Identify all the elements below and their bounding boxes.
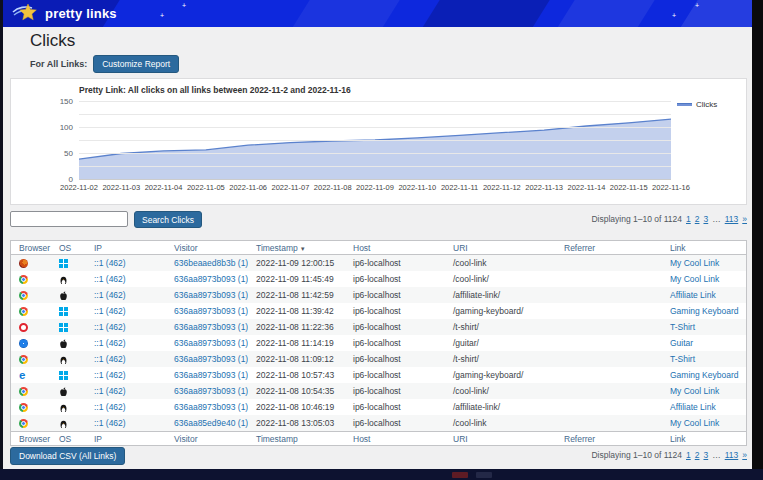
chrome-browser-icon [19, 419, 28, 428]
column-header-os[interactable]: OS [51, 434, 86, 444]
browser-cell [11, 370, 51, 380]
table-row: ::1 (462)636aa8973b093 (1)2022-11-08 11:… [11, 287, 746, 303]
table-header-row: BrowserOSIPVisitorTimestamp▼HostURIRefer… [11, 241, 746, 255]
ip-link[interactable]: ::1 (462) [94, 258, 126, 268]
visitor-link[interactable]: 636beaaed8b3b (1) [174, 258, 248, 268]
pretty-link[interactable]: My Cool Link [670, 274, 719, 284]
customize-report-button[interactable]: Customize Report [93, 55, 179, 73]
pretty-link[interactable]: My Cool Link [670, 258, 719, 268]
apple-os-icon [59, 387, 68, 396]
ip-link[interactable]: ::1 (462) [94, 322, 126, 332]
ip-link[interactable]: ::1 (462) [94, 306, 126, 316]
visitor-link[interactable]: 636aa8973b093 (1) [174, 370, 248, 380]
ip-link[interactable]: ::1 (462) [94, 290, 126, 300]
chrome-browser-icon [19, 291, 28, 300]
visitor-link[interactable]: 636aa8973b093 (1) [174, 322, 248, 332]
column-header-uri[interactable]: URI [445, 243, 556, 253]
pretty-link[interactable]: Gaming Keyboard [670, 370, 739, 380]
ip-link[interactable]: ::1 (462) [94, 274, 126, 284]
pretty-link[interactable]: Affiliate Link [670, 402, 716, 412]
column-header-timestamp[interactable]: Timestamp [248, 434, 345, 444]
visitor-link[interactable]: 636aa8973b093 (1) [174, 354, 248, 364]
visitor-link[interactable]: 636aa8973b093 (1) [174, 306, 248, 316]
column-header-host[interactable]: Host [345, 434, 445, 444]
visitor-link[interactable]: 636aa8973b093 (1) [174, 386, 248, 396]
host-value: ip6-localhost [345, 418, 445, 428]
download-csv-button[interactable]: Download CSV (All Links) [10, 447, 125, 465]
column-header-browser[interactable]: Browser [11, 243, 51, 253]
search-input[interactable] [10, 211, 128, 227]
pagination-page-link[interactable]: 1 [686, 450, 691, 460]
uri-value: /affiliate-link/ [445, 402, 556, 412]
pagination-last-page-link[interactable]: 113 [725, 214, 739, 224]
pagination-page-link[interactable]: 2 [695, 214, 700, 224]
windows-os-icon [59, 259, 68, 268]
pagination-summary: Displaying 1–10 of 1124 [591, 450, 682, 460]
pretty-link[interactable]: Guitar [670, 338, 693, 348]
timestamp-value: 2022-11-08 10:57:43 [248, 370, 345, 380]
column-header-uri[interactable]: URI [445, 434, 556, 444]
chart-legend: Clicks [677, 100, 717, 109]
pretty-link[interactable]: My Cool Link [670, 418, 719, 428]
ip-link[interactable]: ::1 (462) [94, 402, 126, 412]
table-row: ::1 (462)636aa8973b093 (1)2022-11-08 10:… [11, 383, 746, 399]
ip-link[interactable]: ::1 (462) [94, 386, 126, 396]
x-axis-tick-label: 2022-11-12 [483, 183, 521, 192]
table-row: ::1 (462)636aa8973b093 (1)2022-11-08 11:… [11, 303, 746, 319]
uri-value: /cool-link/ [445, 386, 556, 396]
column-header-timestamp[interactable]: Timestamp▼ [248, 243, 345, 253]
column-header-ip[interactable]: IP [86, 434, 166, 444]
pagination-summary: Displaying 1–10 of 1124 [591, 214, 682, 224]
host-value: ip6-localhost [345, 402, 445, 412]
browser-cell [11, 402, 51, 412]
column-header-link[interactable]: Link [662, 243, 746, 253]
column-header-visitor[interactable]: Visitor [166, 434, 248, 444]
banner-stripe [671, 0, 752, 27]
chart-gridline [79, 127, 671, 128]
ip-link[interactable]: ::1 (462) [94, 338, 126, 348]
column-header-host[interactable]: Host [345, 243, 445, 253]
x-axis-tick-label: 2022-11-08 [314, 183, 352, 192]
pretty-link[interactable]: T-Shirt [670, 322, 695, 332]
chart-title: Pretty Link: All clicks on all links bet… [79, 85, 351, 95]
column-header-referrer[interactable]: Referrer [556, 243, 662, 253]
column-header-referrer[interactable]: Referrer [556, 434, 662, 444]
visitor-link[interactable]: 636aa85ed9e40 (1) [174, 418, 248, 428]
timestamp-value: 2022-11-08 11:09:12 [248, 354, 345, 364]
pagination-next-link[interactable]: » [742, 450, 747, 460]
pagination-page-link[interactable]: 3 [703, 214, 708, 224]
pretty-link[interactable]: My Cool Link [670, 386, 719, 396]
visitor-link[interactable]: 636aa8973b093 (1) [174, 338, 248, 348]
column-header-link[interactable]: Link [662, 434, 746, 444]
column-header-browser[interactable]: Browser [11, 434, 51, 444]
ip-link[interactable]: ::1 (462) [94, 418, 126, 428]
x-axis-tick-label: 2022-11-16 [652, 183, 690, 192]
pagination-ellipsis: … [712, 214, 721, 224]
pagination-page-link[interactable]: 3 [703, 450, 708, 460]
ip-link[interactable]: ::1 (462) [94, 354, 126, 364]
timestamp-value: 2022-11-08 10:46:19 [248, 402, 345, 412]
timestamp-value: 2022-11-08 11:39:42 [248, 306, 345, 316]
column-header-os[interactable]: OS [51, 243, 86, 253]
browser-cell [11, 386, 51, 396]
pagination-next-link[interactable]: » [742, 214, 747, 224]
pagination-page-link[interactable]: 2 [695, 450, 700, 460]
apple-os-icon [59, 339, 68, 348]
pretty-link[interactable]: Affiliate Link [670, 290, 716, 300]
visitor-link[interactable]: 636aa8973b093 (1) [174, 290, 248, 300]
column-header-visitor[interactable]: Visitor [166, 243, 248, 253]
column-header-ip[interactable]: IP [86, 243, 166, 253]
visitor-link[interactable]: 636aa8973b093 (1) [174, 402, 248, 412]
taskbar-app-icon[interactable] [452, 472, 468, 478]
logo-text: pretty links [45, 6, 117, 21]
search-clicks-button[interactable]: Search Clicks [134, 211, 202, 228]
pagination-last-page-link[interactable]: 113 [725, 450, 739, 460]
ip-link[interactable]: ::1 (462) [94, 370, 126, 380]
table-row: ::1 (462)636aa8973b093 (1)2022-11-08 10:… [11, 399, 746, 415]
chart-gridline [79, 179, 671, 180]
visitor-link[interactable]: 636aa8973b093 (1) [174, 274, 248, 284]
pagination-page-link[interactable]: 1 [686, 214, 691, 224]
taskbar-app-icon[interactable] [476, 472, 492, 478]
pretty-link[interactable]: T-Shirt [670, 354, 695, 364]
pretty-link[interactable]: Gaming Keyboard [670, 306, 739, 316]
